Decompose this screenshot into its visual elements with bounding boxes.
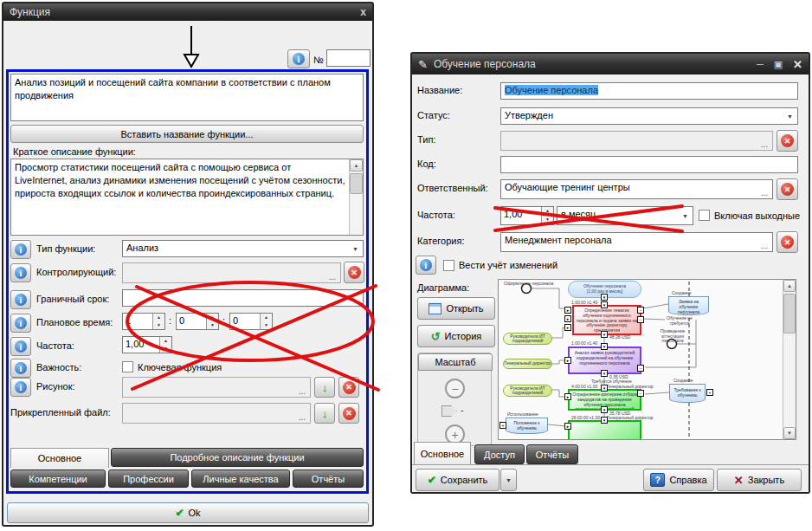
track-changes-info-button[interactable]: i [416,256,436,275]
history-clock-icon: ↺ [431,330,441,343]
code-input[interactable] [500,156,798,173]
scroll-thumb[interactable] [783,294,796,333]
tab-otchety[interactable]: Отчёты [293,469,364,488]
scroll-thumb[interactable] [350,173,363,194]
deadline-field[interactable] [122,289,364,307]
time-hours-stepper[interactable]: 1 ▲▼ [122,313,165,330]
insert-function-name-button[interactable]: Вставить название функции... [10,125,364,143]
tab-label: Основное [38,453,81,463]
diagram-role1: Руководители ИТ подразделений [503,333,552,345]
save-dropdown-button[interactable]: ▼ [500,469,517,491]
open-diagram-button[interactable]: Открыть [417,297,495,320]
window-icon [429,303,441,314]
browse-ellipsis-icon[interactable]: ... [761,142,768,147]
save-button[interactable]: ✔ Сохранить [416,469,499,491]
attached-file-clear-button[interactable]: ✕ [338,403,359,424]
diagram-connector: − [637,316,644,323]
time-seconds-stepper[interactable]: 0 ▲▼ [229,313,273,330]
responsible-field[interactable]: Обучающие тренинг центры ... [500,179,773,199]
category-clear-button[interactable]: ✕ [777,231,798,253]
spin-up-icon[interactable]: ▲ [153,314,164,321]
spin-up-icon[interactable]: ▲ [261,314,272,321]
key-function-checkbox[interactable] [122,361,133,372]
controller-label: Контролирующий: [36,267,116,277]
weekend-label: Включая выходные [714,210,800,221]
tab-label: Личные качества [203,474,278,484]
tab-otchety[interactable]: Отчёты [526,444,578,464]
tab-kompetencii[interactable]: Компетенции [10,469,106,488]
controller-info-button[interactable]: i [10,263,31,282]
type-combobox[interactable]: Анализ ▼ [122,240,364,257]
zoom-slider[interactable]: - [441,405,467,418]
number-info-button[interactable]: i [287,49,310,68]
status-combobox[interactable]: Утвержден ▼ [500,107,798,125]
deadline-info-button[interactable]: i [10,290,31,309]
short-desc-scrollbar[interactable]: ▲ [349,159,363,235]
function-titlebar[interactable]: Функция x [3,3,372,21]
spin-down-icon[interactable]: ▼ [153,321,164,329]
browse-ellipsis-icon[interactable]: ... [761,191,768,196]
time-minutes-stepper[interactable]: 0 ▲▼ [176,313,219,330]
picture-clear-button[interactable]: ✕ [338,377,359,398]
delete-icon: ✕ [348,266,361,279]
browse-ellipsis-icon[interactable]: ... [329,275,336,280]
type-field[interactable]: ... [500,131,773,151]
track-changes-checkbox[interactable] [443,260,454,271]
spin-up-icon[interactable]: ▲ [160,337,171,345]
tab-podrobnoe-opisanie[interactable]: Подробное описание функции [111,448,364,467]
history-button[interactable]: ↺ История [417,325,495,347]
spin-down-icon[interactable]: ▼ [160,345,171,353]
type-info-button[interactable]: i [10,240,31,259]
importance-info-button[interactable]: i [10,359,31,378]
spin-up-icon[interactable]: ▲ [207,314,218,321]
category-label: Категория: [417,236,464,246]
name-input[interactable]: Обучение персонала [500,82,798,100]
tab-osnovnoe[interactable]: Основное [10,448,109,468]
diagram-scrollbar[interactable]: ▲ ▼ [783,280,796,439]
frequency-stepper[interactable]: 1,00 ▲▼ [122,336,172,353]
function-name-text[interactable]: Анализ позиций и посещений сайта компани… [10,74,364,121]
spin-down-icon[interactable]: ▼ [207,321,218,329]
close-button[interactable]: ✕ Закрыть [717,469,802,491]
controller-field[interactable]: ... [122,262,341,283]
close-window-button[interactable]: ✕ [793,58,802,71]
spin-up-icon[interactable]: ▲ [542,207,553,216]
spin-down-icon[interactable]: ▼ [542,216,553,224]
planned-time-info-button[interactable]: i [10,314,31,333]
scroll-up-icon[interactable]: ▲ [350,159,363,172]
scroll-down-icon[interactable]: ▼ [783,427,796,439]
training-titlebar[interactable]: ✎ Обучение персонала ─ ▣ ✕ [412,54,809,74]
type-clear-button[interactable]: ✕ [777,130,798,152]
browse-ellipsis-icon[interactable]: ... [299,389,306,394]
picture-download-button[interactable]: ↓ [314,377,335,398]
zoom-out-button[interactable]: − [445,379,465,398]
controller-clear-button[interactable]: ✕ [344,262,364,283]
frequency-info-button[interactable]: i [10,337,31,356]
short-desc-textarea[interactable]: Просмотр статистики посещений сайта с по… [10,159,364,236]
diagram-connector: ▾ [601,370,608,377]
attached-file-download-button[interactable]: ↓ [314,403,335,424]
ok-button[interactable]: ✔ Ok [7,502,369,523]
tab-lichnye-kachestva[interactable]: Личные качества [191,469,290,488]
help-button[interactable]: ? Справка [643,469,714,491]
scroll-up-icon[interactable]: ▲ [783,280,796,292]
minimize-button[interactable]: ─ [757,59,764,69]
responsible-clear-button[interactable]: ✕ [777,178,798,200]
category-field[interactable]: Менеджмент персонала ... [500,232,773,252]
picture-field[interactable]: ... [122,377,311,398]
tab-osnovnoe[interactable]: Основное [414,442,471,464]
tab-dostup[interactable]: Доступ [474,444,525,464]
number-input[interactable] [326,49,371,67]
picture-info-button[interactable]: i [10,378,31,397]
frequency-stepper[interactable]: 1,00 ▲▼ [500,206,554,225]
maximize-button[interactable]: ▣ [774,59,783,70]
function-close-button[interactable]: x [360,6,366,18]
spin-down-icon[interactable]: ▼ [261,321,272,329]
diagram-preview[interactable]: Оформление персонала Обучение персонала … [498,279,796,440]
frequency-period-combobox[interactable]: в месяц ▼ [557,206,693,225]
browse-ellipsis-icon[interactable]: ... [761,243,768,249]
weekend-checkbox[interactable] [699,210,710,221]
tab-professii[interactable]: Профессии [108,469,189,488]
attached-file-field[interactable]: ... [122,403,311,424]
browse-ellipsis-icon[interactable]: ... [299,415,306,420]
